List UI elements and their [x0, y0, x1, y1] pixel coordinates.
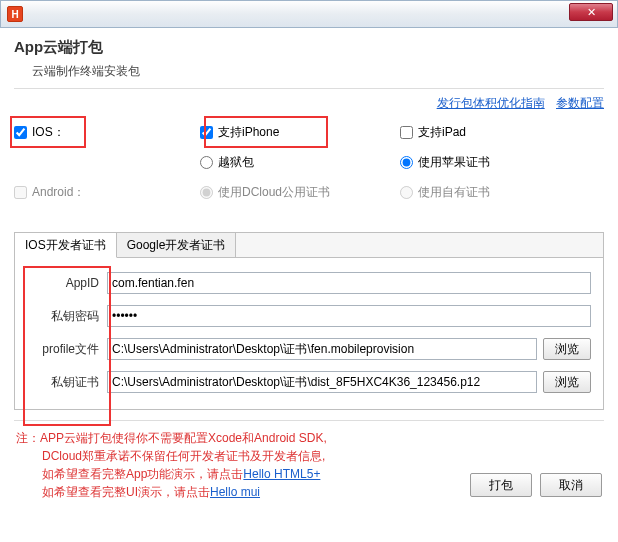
checkbox-android[interactable] [14, 186, 27, 199]
app-logo-icon: H [7, 6, 23, 22]
titlebar: H ✕ [0, 0, 618, 28]
tab-google-cert[interactable]: Google开发者证书 [117, 233, 237, 258]
link-params[interactable]: 参数配置 [556, 96, 604, 110]
page-subtitle: 云端制作终端安装包 [32, 63, 604, 80]
radio-jailbreak[interactable] [200, 156, 213, 169]
label-jailbreak: 越狱包 [218, 154, 254, 171]
browse-cert-button[interactable]: 浏览 [543, 371, 591, 393]
close-icon: ✕ [587, 6, 596, 19]
highlight-ios [10, 116, 86, 148]
radio-dcloud-cert [200, 186, 213, 199]
highlight-labels [23, 266, 111, 426]
label-dcloud-cert: 使用DCloud公用证书 [218, 184, 330, 201]
pack-button[interactable]: 打包 [470, 473, 532, 497]
radio-apple-cert[interactable] [400, 156, 413, 169]
radio-own-cert [400, 186, 413, 199]
label-ipad: 支持iPad [418, 124, 466, 141]
input-profile[interactable] [107, 338, 537, 360]
link-hello-html5[interactable]: Hello HTML5+ [243, 467, 320, 481]
cert-tabs: IOS开发者证书 Google开发者证书 AppID 私钥密码 profile文… [14, 232, 604, 410]
footer-note: 注：APP云端打包使得你不需要配置Xcode和Android SDK, DClo… [16, 429, 462, 501]
label-android: Android： [32, 184, 85, 201]
page-title: App云端打包 [14, 38, 604, 57]
checkbox-ipad[interactable] [400, 126, 413, 139]
link-guide[interactable]: 发行包体积优化指南 [437, 96, 545, 110]
browse-profile-button[interactable]: 浏览 [543, 338, 591, 360]
input-cert[interactable] [107, 371, 537, 393]
cancel-button[interactable]: 取消 [540, 473, 602, 497]
input-pwd[interactable] [107, 305, 591, 327]
label-own-cert: 使用自有证书 [418, 184, 490, 201]
highlight-iphone [204, 116, 328, 148]
input-appid[interactable] [107, 272, 591, 294]
close-button[interactable]: ✕ [569, 3, 613, 21]
label-apple-cert: 使用苹果证书 [418, 154, 490, 171]
tab-ios-cert[interactable]: IOS开发者证书 [15, 233, 117, 258]
link-hello-mui[interactable]: Hello mui [210, 485, 260, 499]
